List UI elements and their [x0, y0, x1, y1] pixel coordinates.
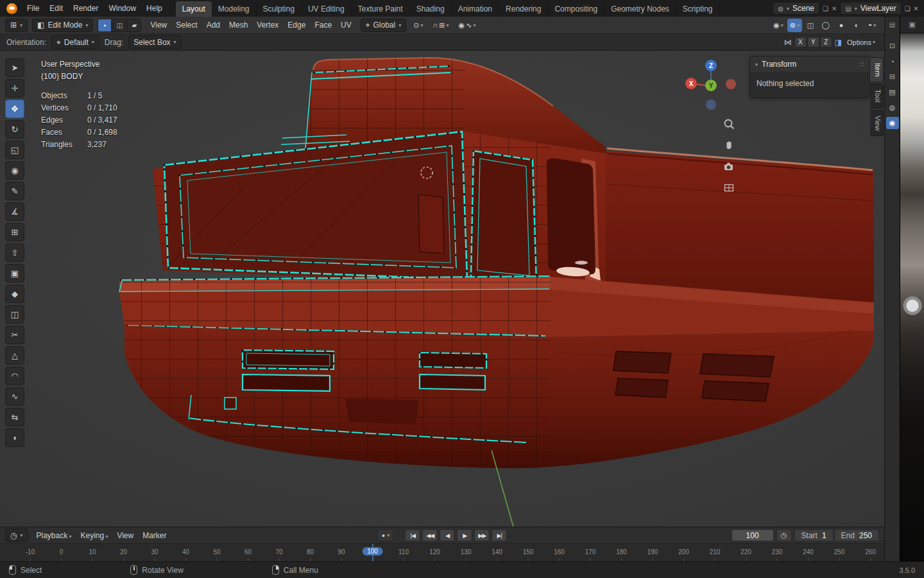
tool-loop-cut[interactable]: ◫	[5, 305, 24, 324]
tool-rotate[interactable]: ↻	[5, 120, 24, 139]
timeline-menu-playback[interactable]: Playback ▾	[32, 529, 76, 542]
jump-to-end-button[interactable]: ▶|	[492, 529, 507, 541]
vertex-select-mode-button[interactable]: ▪	[98, 19, 112, 32]
workspace-tab-rendering[interactable]: Rendering	[499, 1, 548, 17]
timeline-ruler[interactable]: -100102030405060708090100110120130140150…	[0, 543, 884, 561]
close-viewlayer-icon[interactable]: ✕	[914, 5, 919, 12]
properties-tab-render[interactable]: ◔	[886, 55, 899, 67]
gizmo-neg-x-axis[interactable]	[726, 79, 736, 89]
workspace-tab-texture-paint[interactable]: Texture Paint	[352, 1, 410, 17]
tool-measure[interactable]: ∡	[5, 202, 24, 221]
axis-toggle-z[interactable]: Z	[820, 37, 832, 48]
axis-toggle-x[interactable]: X	[794, 37, 807, 48]
gizmo-neg-z-axis[interactable]	[706, 100, 716, 110]
tool-spin[interactable]: ◠	[5, 367, 24, 385]
shading-material-button[interactable]: ◐	[850, 19, 864, 32]
navigation-gizmo[interactable]: Z X Y	[684, 58, 738, 112]
face-select-mode-button[interactable]: ▰	[127, 19, 141, 32]
edge-select-mode-button[interactable]: ◫	[112, 19, 126, 32]
transform-panel-header[interactable]: ▾ Transform ∷	[750, 57, 869, 72]
timeline-editor-selector[interactable]: ◷ ▾	[5, 529, 28, 542]
image-editor-icon[interactable]: ▣	[900, 17, 924, 33]
workspace-tab-uv-editing[interactable]: UV Editing	[302, 1, 352, 17]
menu-help[interactable]: Help	[141, 2, 167, 15]
tool-add-cube[interactable]: ⊞	[5, 223, 24, 241]
mode-selector[interactable]: ◧ Edit Mode ▾	[32, 19, 93, 32]
properties-tab-tool[interactable]: ⊡	[886, 40, 899, 52]
zoom-icon[interactable]	[723, 118, 735, 130]
workspace-tab-animation[interactable]: Animation	[452, 1, 499, 17]
tool-knife[interactable]: ✂	[5, 326, 24, 344]
tool-bevel[interactable]: ◆	[5, 285, 24, 303]
camera-view-icon[interactable]	[723, 160, 735, 173]
shading-rendered-button[interactable]: ◓▾	[865, 19, 879, 32]
viewport-canvas[interactable]	[0, 51, 884, 527]
tool-poly-build[interactable]: △	[5, 346, 24, 365]
copy-scene-icon[interactable]: ❏	[823, 5, 828, 12]
timeline-menu-marker[interactable]: Marker	[138, 529, 171, 542]
workspace-tab-modeling[interactable]: Modeling	[212, 1, 257, 17]
tool-cursor[interactable]: ✛	[5, 79, 24, 98]
axis-toggle-y[interactable]: Y	[807, 37, 819, 48]
shading-wireframe-button[interactable]: ◯	[819, 19, 833, 32]
tool-transform[interactable]: ◉	[5, 161, 24, 180]
play-reverse-button[interactable]: ◀	[440, 529, 455, 541]
reference-image[interactable]	[900, 33, 924, 561]
viewport-menu-uv[interactable]: UV	[336, 19, 356, 31]
tool-edge-slide[interactable]: ⇆	[5, 408, 24, 426]
show-gizmo-button[interactable]: ◉▾	[771, 19, 786, 32]
transform-orientation-selector[interactable]: ⌖ Global ▾	[361, 19, 406, 32]
menu-edit[interactable]: Edit	[44, 2, 68, 15]
current-frame-field[interactable]: 100	[732, 529, 774, 541]
toggle-xray-button[interactable]: ◫	[803, 19, 817, 32]
tool-scale[interactable]: ◱	[5, 141, 24, 159]
timeline-menu-view[interactable]: View	[112, 529, 138, 542]
proportional-editing-button[interactable]: ◉ ∿ ▾	[456, 19, 479, 32]
properties-tab-world[interactable]: ◉	[886, 117, 899, 129]
sidebar-tab-item[interactable]: Item	[870, 57, 884, 82]
frame-end-field[interactable]: End 250	[834, 529, 879, 541]
drag-dropdown[interactable]: Select Box ▾	[128, 35, 181, 49]
menu-render[interactable]: Render	[68, 2, 103, 15]
menu-window[interactable]: Window	[103, 2, 141, 15]
close-scene-icon[interactable]: ✕	[832, 5, 837, 12]
current-frame-badge[interactable]: 100	[362, 547, 383, 556]
workspace-tab-compositing[interactable]: Compositing	[548, 1, 604, 17]
blender-logo-icon[interactable]	[6, 3, 17, 14]
auto-keying-toggle[interactable]: ● ▾	[377, 529, 394, 541]
mirror-icon[interactable]: ⋈	[784, 38, 792, 47]
frame-start-field[interactable]: Start 1	[794, 529, 834, 541]
tool-shrink-fatten[interactable]: ◖	[5, 428, 24, 447]
properties-editor-icon[interactable]: ▤	[889, 21, 895, 28]
tool-inset-faces[interactable]: ▣	[5, 264, 24, 283]
viewport-menu-view[interactable]: View	[146, 19, 171, 31]
scene-selector[interactable]: ◍ ▾ Scene	[773, 2, 819, 15]
tool-extrude-region[interactable]: ⇧	[5, 243, 24, 262]
snap-button[interactable]: ∩ ⊞ ▾	[430, 19, 451, 32]
next-keyframe-button[interactable]: ▶▶	[474, 529, 490, 541]
workspace-tab-shading[interactable]: Shading	[410, 1, 452, 17]
use-preview-range-button[interactable]: ◷	[776, 529, 792, 541]
3d-viewport[interactable]: ➤✛✥↻◱◉✎∡⊞⇧▣◆◫✂△◠∿⇆◖ User Perspective (10…	[0, 51, 884, 527]
workspace-tab-layout[interactable]: Layout	[176, 1, 212, 17]
show-overlays-button[interactable]: ⊚▾	[787, 19, 802, 32]
viewport-menu-vertex[interactable]: Vertex	[252, 19, 283, 31]
previous-keyframe-button[interactable]: ◀◀	[422, 529, 438, 541]
menu-file[interactable]: File	[22, 2, 44, 15]
viewport-menu-add[interactable]: Add	[202, 19, 225, 31]
play-button[interactable]: ▶	[457, 529, 472, 541]
pivot-point-button[interactable]: ⊙ ▾	[411, 19, 425, 32]
workspace-tab-sculpting[interactable]: Sculpting	[257, 1, 302, 17]
options-button[interactable]: Options ▾	[844, 35, 878, 49]
copy-viewlayer-icon[interactable]: ❏	[905, 5, 911, 12]
tool-smooth[interactable]: ∿	[5, 387, 24, 406]
tool-tweak[interactable]: ➤	[5, 58, 24, 77]
orientation-dropdown[interactable]: ⌖ Default ▾	[51, 35, 99, 49]
editor-type-selector[interactable]: ⊞ ▾	[5, 19, 28, 32]
sidebar-tab-tool[interactable]: Tool	[870, 83, 884, 108]
timeline-menu-keying[interactable]: Keying ▾	[76, 529, 112, 542]
properties-tab-output[interactable]: ⊟	[886, 71, 899, 83]
viewport-menu-face[interactable]: Face	[310, 19, 336, 31]
workspace-tab-scripting[interactable]: Scripting	[676, 1, 720, 17]
orthographic-grid-icon[interactable]	[723, 181, 735, 194]
